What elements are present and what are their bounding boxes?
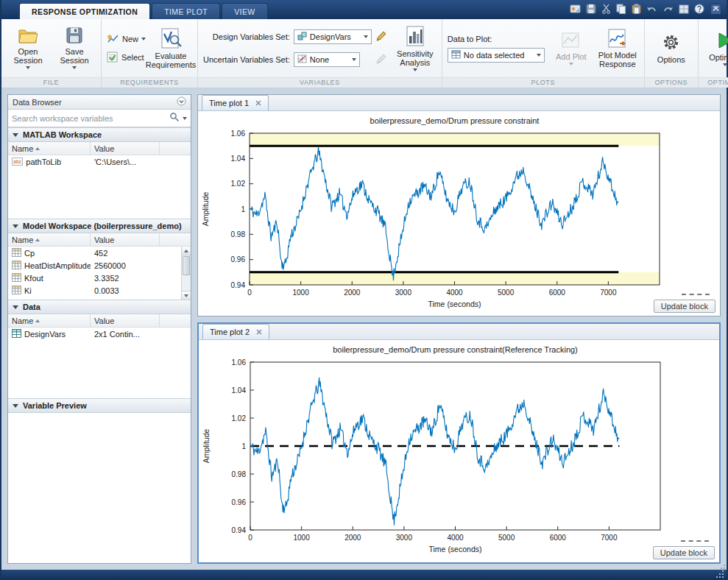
variable-value: 'C:\Users\... [91,158,177,166]
table-row[interactable]: Ki 0.0033 [8,284,191,297]
sensitivity-analysis-button[interactable]: Sensitivity Analysis [394,23,437,74]
gear-icon [661,32,681,54]
help-icon[interactable] [694,4,704,14]
column-header-value[interactable]: Value [91,314,160,327]
search-options-caret-icon[interactable] [183,117,187,120]
uncertain-variables-dropdown[interactable]: None [294,52,360,67]
column-header-value[interactable]: Value [91,142,160,155]
table-row[interactable]: Cp 452 [8,247,191,259]
variable-preview-header[interactable]: Variable Preview [8,398,191,413]
svg-text:0.98: 0.98 [231,230,246,238]
table-row[interactable]: HeatDistAmplitude 2560000 [8,259,191,272]
table-row[interactable]: abcpathToLib 'C:\Users\... [8,155,191,168]
svg-text:1.06: 1.06 [231,130,246,138]
optimize-label: Optimize [709,53,728,62]
model-workspace-header[interactable]: Model Workspace (boilerpressure_demo) [8,219,191,233]
toolstrip-tabs: RESPONSE OPTIMIZATION TIME PLOT VIEW [19,3,269,19]
name-column-label: Name [12,316,33,325]
save-icon[interactable] [586,4,596,14]
collapse-toolstrip-icon[interactable] [710,4,721,17]
scroll-down-button[interactable] [182,291,191,300]
tab-time-plot[interactable]: TIME PLOT [152,3,220,19]
variable-set-icon [297,32,307,42]
copy-icon[interactable] [616,4,626,14]
ribbon-section-file: Open Session Save Session FILE [1,19,102,88]
time-plot-2-chart-area: 010002000300040005000600070000.940.960.9… [199,340,719,562]
data-section-header[interactable]: Data [8,300,191,314]
optimize-button[interactable]: Optimize [704,28,728,69]
collapse-triangle-icon [13,224,18,228]
chevron-down-icon [72,66,77,69]
data-section-title: Data [23,303,40,311]
matlab-workspace-header[interactable]: MATLAB Workspace [8,127,191,142]
table-row[interactable]: DesignVars 2x1 Contin... [8,328,191,340]
data-to-plot-icon [451,50,461,60]
update-block-button[interactable]: Update block [654,300,715,313]
design-variables-dropdown[interactable]: DesignVars [294,29,372,44]
undo-icon[interactable] [646,4,657,14]
layout-icon[interactable] [679,4,689,14]
cut-icon[interactable] [601,4,611,14]
screenshot-icon[interactable] [570,4,581,14]
close-icon[interactable] [255,99,261,107]
vertical-scrollbar[interactable] [181,247,191,300]
column-header-value[interactable]: Value [91,233,160,246]
chevron-down-icon [352,58,356,61]
edit-uncertain-variables-button[interactable] [375,53,387,67]
table-row[interactable]: Kfout 3.3352 [8,272,191,284]
data-to-plot-label: Data to Plot: [448,35,545,43]
scrollbar-thumb[interactable] [183,256,190,275]
open-session-button[interactable]: Open Session [7,24,49,72]
time-plot-2-tab-label: Time plot 2 [210,328,250,336]
update-block-button[interactable]: Update block [653,546,715,559]
data-browser-title: Data Browser [13,98,62,107]
parameter-grid-icon [12,286,21,296]
save-session-button[interactable]: Save Session [53,24,96,72]
app-window: RESPONSE OPTIMIZATION TIME PLOT VIEW Ope… [0,0,728,580]
select-requirement-button[interactable]: Select [107,52,146,64]
variable-preview-title: Variable Preview [23,401,87,410]
new-requirement-button[interactable]: New [107,33,146,46]
evaluate-requirements-button[interactable]: Evaluate Requirements [149,25,192,72]
panel-menu-icon[interactable] [177,96,186,107]
variable-name: Kfout [24,274,43,283]
section-label-requirements: REQUIREMENTS [102,77,197,88]
sort-ascending-icon [35,319,40,322]
data-to-plot-dropdown[interactable]: No data selected [448,48,545,63]
time-plot-1-tab[interactable]: Time plot 1 [202,95,269,110]
plot-model-response-button[interactable]: Plot Model Response [596,26,639,71]
redo-icon[interactable] [662,4,674,14]
ribbon: Open Session Save Session FILE New [1,19,727,88]
svg-text:1.06: 1.06 [232,358,247,367]
close-icon[interactable] [256,328,262,336]
variable-name: Cp [24,249,35,258]
open-folder-icon [18,27,38,46]
name-column-label: Name [12,144,33,153]
save-session-label: Save Session [54,47,94,65]
add-plot-button[interactable]: Add Plot [550,29,593,68]
window-resize-grip[interactable] [722,576,724,578]
select-list-icon [107,52,119,64]
tab-view[interactable]: VIEW [222,3,267,19]
svg-text:1000: 1000 [293,289,310,297]
ribbon-section-plots: Data to Plot: No data selected Add Plot … [442,19,645,88]
column-header-name[interactable]: Name [8,233,91,246]
options-button[interactable]: Options [650,29,693,67]
design-vars-icon [12,329,21,339]
resize-grip[interactable] [724,567,725,569]
search-icon[interactable] [169,112,180,124]
edit-design-variables-button[interactable] [375,30,387,44]
svg-text:1.04: 1.04 [231,155,246,163]
open-session-label: Open Session [8,47,48,65]
column-header-name[interactable]: Name [8,142,91,155]
tab-response-optimization[interactable]: RESPONSE OPTIMIZATION [19,3,150,19]
svg-text:4000: 4000 [447,534,464,542]
time-plot-2-tab[interactable]: Time plot 2 [202,324,269,339]
scroll-up-button[interactable] [182,247,191,255]
search-input[interactable] [12,114,166,123]
new-requirement-icon [107,33,119,46]
column-header-name[interactable]: Name [8,314,91,327]
paste-icon[interactable] [632,4,641,14]
chevron-down-icon [569,63,573,66]
design-variables-value: DesignVars [310,32,351,41]
